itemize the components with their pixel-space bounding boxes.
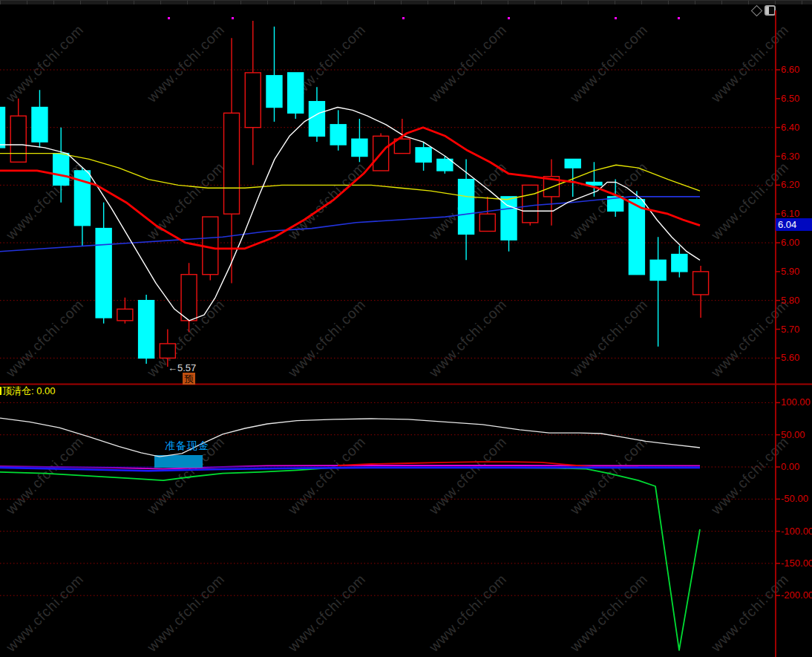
candle-down: [330, 125, 346, 145]
watermark: www.cfchi.com: [284, 434, 369, 518]
stock-chart-window: www.cfchi.comwww.cfchi.comwww.cfchi.comw…: [0, 0, 812, 657]
watermark: www.cfchi.com: [425, 22, 510, 106]
watermark: www.cfchi.com: [707, 571, 792, 656]
watermark: www.cfchi.com: [566, 22, 651, 106]
price-axis-label: 5.60: [781, 353, 799, 363]
candle-up: [181, 275, 197, 321]
alert-badge[interactable]: 预: [183, 373, 195, 385]
signal-bar: [154, 455, 203, 468]
last-price-tag: 6.04: [776, 218, 812, 231]
clipped-glyph-fragment: [0, 387, 1, 395]
indicator-axis-label: -100.00: [781, 526, 812, 537]
candle-up: [245, 73, 261, 128]
candle-down: [288, 73, 304, 113]
candle-up: [693, 272, 709, 295]
candle-down: [266, 76, 282, 108]
watermark: www.cfchi.com: [143, 571, 228, 656]
price-axis-label: 5.70: [781, 324, 799, 335]
chart-canvas[interactable]: www.cfchi.comwww.cfchi.comwww.cfchi.comw…: [0, 0, 812, 657]
candle-down: [501, 197, 517, 240]
candle-up: [117, 309, 133, 321]
price-axis-label: 6.40: [781, 122, 799, 133]
watermark: www.cfchi.com: [284, 571, 369, 656]
month-marker-dot: [615, 17, 617, 19]
watermark: www.cfchi.com: [566, 571, 651, 656]
watermark: www.cfchi.com: [707, 296, 792, 381]
watermark: www.cfchi.com: [707, 434, 792, 518]
candle-up: [523, 185, 538, 222]
indicator-axis-label: 50.00: [781, 430, 805, 440]
price-axis-label: 6.50: [781, 94, 799, 104]
price-axis-label: 6.10: [781, 209, 799, 219]
watermark: www.cfchi.com: [284, 159, 369, 243]
candle-down: [352, 139, 367, 156]
indicator-axis-label: 0.00: [781, 462, 799, 472]
month-marker-dot: [168, 17, 170, 19]
signal-text: 准备现金: [165, 439, 209, 453]
candle-down: [565, 159, 580, 168]
candle-down: [650, 260, 666, 280]
watermark: www.cfchi.com: [707, 22, 792, 106]
watermark: www.cfchi.com: [425, 434, 510, 518]
indicator-axis-label: -50.00: [781, 494, 808, 504]
watermark: www.cfchi.com: [2, 571, 87, 656]
watermark: www.cfchi.com: [425, 296, 510, 381]
candle-down: [0, 108, 5, 148]
indicator-axis-label: 100.00: [781, 397, 811, 408]
candle-up: [479, 214, 495, 231]
indicator-title: 顶清仓: 0.00: [2, 385, 56, 398]
candle-down: [96, 229, 111, 318]
watermark: www.cfchi.com: [143, 22, 228, 106]
candle-down: [309, 102, 324, 137]
candle-up: [160, 344, 175, 358]
candle-down: [459, 180, 474, 235]
candle-up: [224, 113, 240, 214]
candle-down: [53, 154, 69, 186]
candle-down: [139, 301, 154, 359]
price-axis-label: 5.80: [781, 295, 799, 306]
candle-down: [672, 255, 687, 272]
watermark: www.cfchi.com: [2, 22, 87, 106]
month-marker-dot: [508, 17, 510, 19]
candle-down: [437, 159, 453, 171]
price-axis-label: 6.20: [781, 180, 799, 190]
watermark: www.cfchi.com: [425, 571, 510, 656]
low-price-annotation: ←5.57: [168, 362, 196, 373]
candle-up: [10, 116, 26, 162]
price-axis-label: 6.00: [781, 238, 799, 248]
indicator-axis-label: -200.00: [781, 590, 812, 601]
watermark: www.cfchi.com: [566, 434, 651, 518]
watermark: www.cfchi.com: [284, 296, 369, 381]
month-marker-dot: [402, 17, 405, 19]
indicator-axis-label: -150.00: [781, 558, 812, 569]
candle-down: [32, 108, 48, 143]
price-axis-label: 6.30: [781, 151, 799, 162]
watermark: www.cfchi.com: [2, 296, 87, 381]
month-marker-dot: [678, 17, 680, 19]
candle-down: [416, 148, 431, 162]
candle-down: [629, 200, 644, 275]
month-marker-dot: [232, 17, 234, 19]
price-axis-label: 6.60: [781, 65, 799, 75]
price-axis-label: 5.90: [781, 267, 799, 277]
watermark: www.cfchi.com: [566, 296, 651, 381]
